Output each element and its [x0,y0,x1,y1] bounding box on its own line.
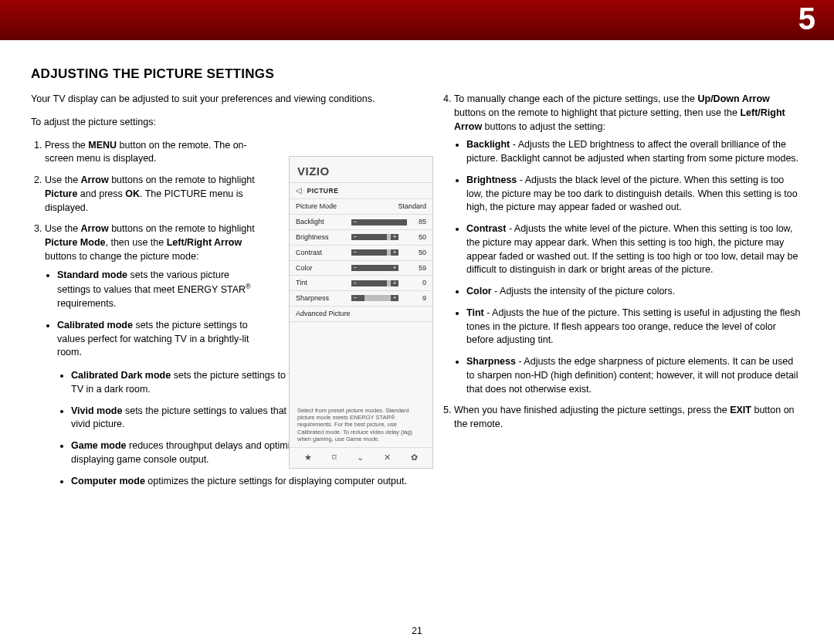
chapter-bar: 5 [0,0,834,40]
setting-color: Color - Adjusts the intensity of the pic… [466,285,803,299]
setting-brightness: Brightness - Adjusts the black level of … [466,174,803,215]
chevron-down-icon: ⌄ [357,452,364,464]
osd-row-picture-mode: Picture ModeStandard [290,199,432,214]
rect-icon: ⌑ [332,452,337,464]
page-number: 21 [0,625,834,636]
setting-tint: Tint - Adjusts the hue of the picture. T… [466,307,803,347]
modes-list: Standard mode sets the various picture s… [57,269,255,361]
setting-contrast: Contrast - Adjusts the white level of th… [466,222,803,277]
right-column: To manually change each of the picture s… [440,93,803,496]
osd-row-backlight: Backlight−+85 [290,215,432,230]
osd-row-sharpness: Sharpness−+9 [290,291,432,307]
steps-list-right: To manually change each of the picture s… [454,93,803,432]
setting-backlight: Backlight - Adjusts the LED brightness t… [466,138,803,166]
intro-text: Your TV display can be adjusted to suit … [31,93,409,107]
step-5: When you have finished adjusting the pic… [454,404,803,432]
mode-computer: Computer mode optimizes the picture sett… [71,475,409,489]
mode-calibrated: Calibrated mode sets the picture setting… [57,319,255,360]
close-icon: ✕ [384,452,391,464]
settings-list: Backlight - Adjusts the LED brightness t… [466,138,803,396]
section-heading: ADJUSTING THE PICTURE SETTINGS [31,66,803,82]
page-body: ADJUSTING THE PICTURE SETTINGS Your TV d… [0,40,834,496]
osd-titlebar: ◁ PICTURE [290,182,432,199]
osd-table: Picture ModeStandard Backlight−+85 Brigh… [290,199,432,321]
osd-row-color: Color−+59 [290,260,432,276]
setting-sharpness: Sharpness - Adjusts the edge sharpness o… [466,355,803,396]
osd-note: Select from preset picture modes. Standa… [290,399,432,448]
lead-text: To adjust the picture settings: [31,116,409,130]
osd-row-brightness: Brightness−+50 [290,230,432,246]
star-icon: ★ [304,452,312,464]
osd-mock: VIZIO ◁ PICTURE Picture ModeStandard Bac… [289,156,433,469]
gear-icon: ✿ [411,452,418,464]
osd-row-contrast: Contrast−+50 [290,245,432,260]
osd-row-advanced: Advanced Picture [290,306,432,321]
left-column: Your TV display can be adjusted to suit … [31,93,409,496]
step-4: To manually change each of the picture s… [454,93,803,396]
osd-brand: VIZIO [290,157,432,182]
osd-iconbar: ★ ⌑ ⌄ ✕ ✿ [290,447,432,468]
chapter-number: 5 [798,2,815,36]
slider: −+ [351,219,398,225]
back-arrow-icon: ◁ [296,185,303,196]
osd-title: PICTURE [307,186,339,195]
osd-row-tint: Tint−+0 [290,276,432,291]
mode-standard: Standard mode sets the various picture s… [57,269,255,311]
